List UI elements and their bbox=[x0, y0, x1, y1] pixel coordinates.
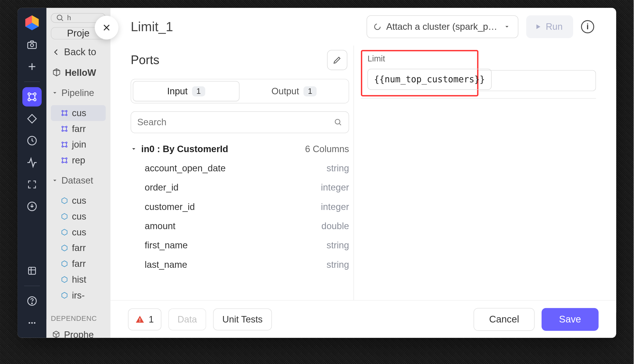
svg-rect-34 bbox=[140, 321, 140, 322]
bg-dataset-item[interactable]: cus bbox=[51, 208, 106, 224]
bg-pipeline-item[interactable]: cus bbox=[51, 105, 106, 121]
bg-dataset-item[interactable]: farr bbox=[51, 256, 106, 272]
run-button: Run bbox=[526, 15, 573, 38]
tab-output-count: 1 bbox=[303, 86, 317, 96]
activity-icon[interactable] bbox=[22, 153, 42, 172]
column-row[interactable]: first_namestring bbox=[131, 236, 349, 255]
clock-icon[interactable] bbox=[22, 131, 42, 150]
bg-dataset-item[interactable]: hist bbox=[51, 272, 106, 288]
svg-point-2 bbox=[28, 93, 30, 95]
bg-dataset-item[interactable]: irs- bbox=[51, 288, 106, 303]
close-button[interactable] bbox=[95, 16, 118, 40]
svg-point-17 bbox=[62, 114, 63, 116]
bg-dependency-item[interactable]: Prophe bbox=[51, 327, 106, 338]
save-label: Save bbox=[559, 314, 581, 325]
bg-dataset-item[interactable]: cus bbox=[51, 193, 106, 208]
warning-chip[interactable]: 1 bbox=[128, 308, 161, 330]
plus-icon[interactable] bbox=[22, 57, 42, 76]
app-logo[interactable] bbox=[22, 13, 42, 32]
bg-dataset-label: irs- bbox=[72, 290, 85, 301]
hex3d-icon bbox=[52, 330, 61, 338]
column-row[interactable]: order_idinteger bbox=[131, 178, 349, 197]
save-button[interactable]: Save bbox=[541, 308, 599, 331]
chevron-down-icon bbox=[131, 146, 137, 152]
search-icon bbox=[334, 118, 343, 127]
svg-point-28 bbox=[66, 158, 67, 159]
column-name: first_name bbox=[145, 240, 188, 251]
run-label: Run bbox=[546, 21, 562, 32]
bg-dataset-item[interactable]: farr bbox=[51, 240, 106, 256]
hexagon-icon bbox=[61, 291, 69, 299]
column-row[interactable]: account_open_datestring bbox=[131, 158, 349, 178]
grid-icon[interactable] bbox=[22, 261, 42, 280]
tab-input[interactable]: Input 1 bbox=[133, 81, 239, 101]
io-tabs: Input 1 Output 1 bbox=[131, 79, 349, 104]
pipeline-icon bbox=[61, 140, 69, 148]
bg-search-placeholder: h bbox=[67, 14, 71, 22]
bg-dependency-label: Prophe bbox=[64, 330, 94, 338]
modal-title: Limit_1 bbox=[131, 19, 173, 34]
limit-input[interactable]: {{num_top_customers}} bbox=[368, 69, 492, 90]
column-type: integer bbox=[321, 182, 349, 193]
column-name: last_name bbox=[145, 260, 187, 270]
limit-value: {{num_top_customers}} bbox=[374, 74, 485, 85]
bg-pipeline-item[interactable]: rep bbox=[51, 152, 106, 168]
info-button[interactable]: i bbox=[581, 20, 594, 33]
diamond-icon[interactable] bbox=[22, 109, 42, 128]
attach-cluster-dropdown[interactable]: Attach a cluster (spark_proph… bbox=[367, 15, 518, 38]
pipeline-nav-icon[interactable] bbox=[22, 87, 42, 106]
more-icon[interactable] bbox=[22, 313, 42, 332]
data-button: Data bbox=[168, 308, 206, 330]
bg-group-pipelines-label: Pipeline bbox=[62, 88, 94, 98]
rail-divider bbox=[24, 82, 40, 82]
bg-dataset-label: cus bbox=[72, 227, 86, 238]
svg-point-24 bbox=[66, 142, 67, 143]
spinner-icon bbox=[374, 22, 382, 32]
hexagon-icon bbox=[61, 244, 69, 252]
limit-label: Limit bbox=[368, 54, 472, 64]
expand-icon[interactable] bbox=[22, 175, 42, 194]
data-label: Data bbox=[177, 314, 197, 324]
column-row[interactable]: customer_idinteger bbox=[131, 197, 349, 216]
bg-hello-label: HelloW bbox=[65, 68, 96, 78]
cancel-button[interactable]: Cancel bbox=[474, 308, 535, 331]
pencil-icon bbox=[332, 55, 342, 65]
tab-input-label: Input bbox=[167, 86, 188, 96]
unit-tests-label: Unit Tests bbox=[222, 314, 263, 324]
bg-back-label: Back to bbox=[64, 46, 96, 58]
bg-hello-item[interactable]: HelloW bbox=[51, 65, 106, 80]
help-icon[interactable] bbox=[22, 291, 42, 310]
column-row[interactable]: last_namestring bbox=[131, 255, 349, 274]
svg-rect-8 bbox=[29, 267, 36, 274]
bg-group-pipelines[interactable]: Pipeline bbox=[51, 85, 106, 101]
column-type: string bbox=[327, 260, 349, 270]
svg-point-26 bbox=[66, 146, 67, 147]
svg-rect-33 bbox=[140, 318, 140, 320]
column-row[interactable]: amountdouble bbox=[131, 216, 349, 236]
rail-divider bbox=[24, 286, 40, 286]
attach-cluster-label: Attach a cluster (spark_proph… bbox=[386, 21, 499, 32]
camera-icon[interactable] bbox=[22, 35, 42, 54]
limit-input-extension[interactable] bbox=[478, 70, 596, 91]
warning-count: 1 bbox=[149, 314, 154, 324]
svg-point-13 bbox=[34, 322, 36, 324]
svg-point-5 bbox=[34, 98, 36, 101]
port-group-header[interactable]: in0 : By CustomerId 6 Columns bbox=[131, 144, 349, 154]
bg-group-datasets[interactable]: Dataset bbox=[51, 172, 106, 188]
tab-output[interactable]: Output 1 bbox=[241, 81, 347, 101]
edit-ports-button[interactable] bbox=[327, 50, 347, 70]
port-search-input[interactable] bbox=[137, 117, 334, 128]
bg-dataset-item[interactable]: cus bbox=[51, 224, 106, 240]
bg-group-datasets-label: Dataset bbox=[62, 175, 93, 186]
bg-back-link[interactable]: Back to bbox=[51, 44, 106, 60]
download-icon[interactable] bbox=[22, 197, 42, 216]
background-sidebar: h Proje Back to HelloW Pipeline cusfarrj… bbox=[47, 8, 111, 338]
bg-pipeline-item[interactable]: join bbox=[51, 137, 106, 152]
port-search[interactable] bbox=[131, 111, 349, 133]
bg-pipeline-item[interactable]: farr bbox=[51, 121, 106, 137]
svg-point-15 bbox=[62, 110, 63, 112]
hexagon-icon bbox=[61, 228, 69, 236]
pipeline-icon bbox=[61, 109, 69, 117]
column-name: order_id bbox=[145, 182, 179, 193]
unit-tests-button[interactable]: Unit Tests bbox=[213, 308, 272, 330]
